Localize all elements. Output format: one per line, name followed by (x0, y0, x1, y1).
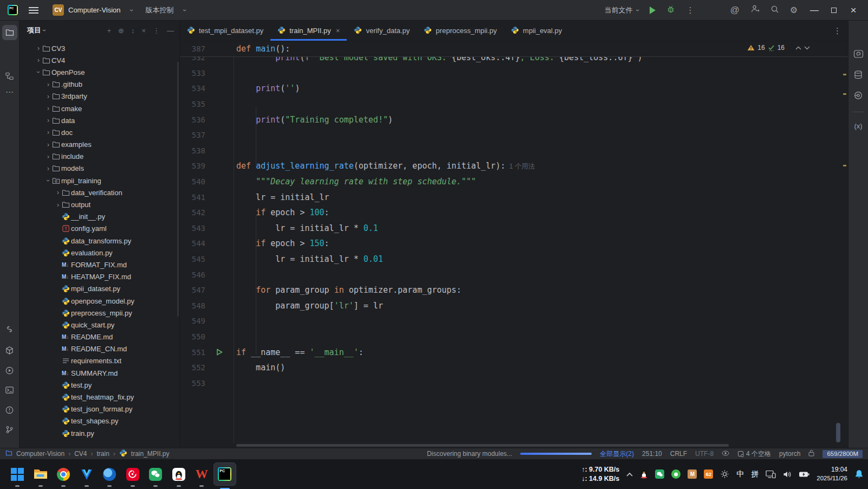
m-app-tray-icon[interactable]: M (688, 469, 697, 479)
project-badge[interactable]: CV (53, 4, 64, 16)
tree-item-preprocess-mpii-py[interactable]: ›preprocess_mpii.py (20, 307, 179, 319)
maximize-button[interactable] (831, 8, 837, 13)
tree-scrollbar[interactable] (177, 62, 179, 317)
tree-item-summary-md[interactable]: ›M↓SUMMARY.md (20, 367, 179, 379)
collapse-all-icon[interactable]: × (141, 27, 146, 35)
code-line-539[interactable]: 539def adjust_learning_rate(optimizer, e… (180, 158, 848, 174)
taskbar-clock[interactable]: 19:04 2025/11/26 (817, 466, 847, 482)
tab-preprocess_mpii-py[interactable]: preprocess_mpii.py (417, 21, 504, 41)
tree-item-data-verification[interactable]: ›data_verification (20, 186, 179, 198)
warning-stripe-mark[interactable] (843, 165, 846, 166)
vcs-menu[interactable]: 版本控制 (146, 5, 174, 15)
show-all-processes-link[interactable]: 全部显示(2) (600, 449, 634, 459)
prev-problem-icon[interactable] (795, 46, 801, 50)
panel-options-icon[interactable]: ⋮ (153, 27, 160, 35)
code-line-549[interactable]: 549 (180, 313, 848, 329)
tree-item-readme-md[interactable]: ›M↓README.md (20, 331, 179, 343)
tray-expand-chevron-icon[interactable] (626, 472, 633, 477)
tree-item-data[interactable]: ›data (20, 114, 179, 126)
qq-tray-icon[interactable] (640, 469, 648, 479)
horizontal-scrollbar[interactable] (236, 444, 729, 447)
ai-assistant-icon[interactable]: @ (730, 5, 739, 16)
run-configuration[interactable]: 当前文件 (604, 5, 632, 15)
tree-item-cmake[interactable]: ›cmake (20, 102, 179, 114)
code-line-538[interactable]: 538 (180, 143, 848, 159)
code-line-536[interactable]: 536 print("Training completed!") (180, 112, 848, 127)
tree-item-output[interactable]: ›output (20, 198, 179, 210)
tree-item-quick-start-py[interactable]: ›quick_start.py (20, 319, 179, 331)
tree-item-cv3[interactable]: ›CV3 (20, 42, 179, 54)
debug-button[interactable] (666, 5, 675, 16)
services-tool-icon[interactable] (2, 363, 17, 378)
tree-chevron-icon[interactable]: › (44, 141, 52, 149)
taskbar-app-v-browser[interactable] (75, 459, 99, 489)
python-interpreter[interactable]: pytorch (779, 450, 800, 458)
code-line-548[interactable]: 548 param_group['lr'] = lr (180, 298, 848, 314)
run-button[interactable] (650, 7, 656, 14)
breadcrumb-item[interactable]: train (97, 450, 109, 458)
problems-tool-icon[interactable] (2, 402, 17, 417)
code-line-534[interactable]: 534 print('') (180, 81, 848, 96)
tree-item-examples[interactable]: ›examples (20, 139, 179, 151)
tab-close-icon[interactable]: × (336, 27, 340, 35)
structure-tool-icon[interactable] (2, 68, 17, 83)
code-editor[interactable]: 532 print(f' Best model saved with OKS: … (180, 41, 848, 448)
python-console-icon[interactable] (2, 322, 17, 337)
tree-item--init-py[interactable]: ›__init__.py (20, 211, 179, 223)
search-icon[interactable] (770, 5, 779, 16)
taskbar-app-wps[interactable]: W (190, 459, 213, 489)
tree-chevron-icon[interactable]: › (44, 93, 52, 100)
tree-chevron-icon[interactable]: › (44, 128, 52, 136)
taskbar-app-lens-app[interactable] (98, 459, 121, 489)
notifications-bell-icon[interactable] (854, 469, 864, 479)
python-packages-icon[interactable] (2, 343, 17, 358)
tree-item-heatmap-fix-md[interactable]: ›M↓HEATMAP_FIX.md (20, 271, 179, 283)
tree-chevron-icon[interactable]: › (44, 105, 52, 112)
tree-item-include[interactable]: ›include (20, 151, 179, 163)
caret-position[interactable]: 251:10 (642, 450, 662, 458)
tree-item-requirements-txt[interactable]: ›requirements.txt (20, 355, 179, 367)
settings-gear-icon[interactable]: ⚙ (790, 5, 798, 15)
indent-config[interactable]: 4 个空格 (737, 449, 771, 459)
ime-pinyin-indicator[interactable]: 拼 (751, 469, 759, 479)
tree-item-readme-cn-md[interactable]: ›M↓README_CN.md (20, 343, 179, 355)
tree-item-mpii-training[interactable]: ›mpii_training (20, 175, 179, 186)
brightness-tray-icon[interactable] (720, 469, 729, 479)
tree-item-mpii-dataset-py[interactable]: ›mpii_dataset.py (20, 283, 179, 295)
minimize-button[interactable]: — (808, 5, 820, 15)
readonly-lock-icon[interactable] (808, 449, 814, 458)
breadcrumb-item[interactable]: train_MPII.py (131, 450, 170, 458)
tree-item-cv4[interactable]: ›CV4 (20, 54, 179, 66)
tree-chevron-icon[interactable]: › (35, 56, 42, 64)
terminal-tool-icon[interactable] (2, 382, 17, 397)
highlighting-level-icon[interactable] (722, 450, 729, 458)
tree-item-evaluation-py[interactable]: ›evaluation.py (20, 247, 179, 259)
inspections-widget[interactable]: 16 16 (747, 44, 810, 52)
tree-item-doc[interactable]: ›doc (20, 126, 179, 138)
project-panel-title[interactable]: 项目 (27, 25, 41, 35)
tab-mpii_eval-py[interactable]: mpii_eval.py (504, 21, 569, 41)
tree-item-test-py[interactable]: ›test.py (20, 379, 179, 391)
tree-item-train-py[interactable]: ›train.py (20, 427, 179, 439)
tree-chevron-icon[interactable]: › (44, 177, 52, 184)
memory-indicator[interactable]: 659/2800M (822, 450, 863, 458)
tree-item-openpose[interactable]: ›OpenPose (20, 66, 179, 78)
tab-test_mpii_dataset-py[interactable]: test_mpii_dataset.py (180, 21, 270, 41)
more-actions-icon[interactable]: ⋮ (686, 5, 694, 15)
tree-chevron-icon[interactable]: › (44, 81, 52, 88)
code-line-533[interactable]: 533 (180, 66, 848, 81)
code-line-543[interactable]: 543 lr = initial_lr * 0.1 (180, 221, 848, 236)
tree-item-test-json-format-py[interactable]: ›test_json_format.py (20, 403, 179, 415)
code-line-541[interactable]: 541 lr = initial_lr (180, 189, 848, 205)
taskbar-app-chrome[interactable] (52, 459, 75, 489)
more-tool-windows-icon[interactable]: ⋯ (2, 85, 17, 100)
code-line-552[interactable]: 552 main() (180, 360, 848, 376)
tree-chevron-icon[interactable]: › (44, 117, 52, 124)
taskbar-app-file-explorer[interactable] (29, 459, 53, 489)
network-speed[interactable]: ↑: 9.70 KB/s ↓: 14.9 KB/s (581, 465, 619, 483)
code-line-553[interactable]: 553 (180, 376, 848, 391)
hide-panel-icon[interactable]: — (167, 27, 174, 35)
ime-language-indicator[interactable]: 中 (736, 469, 744, 479)
tree-item-3rdparty[interactable]: ›3rdparty (20, 91, 179, 102)
locate-file-icon[interactable]: ⊕ (118, 27, 124, 35)
